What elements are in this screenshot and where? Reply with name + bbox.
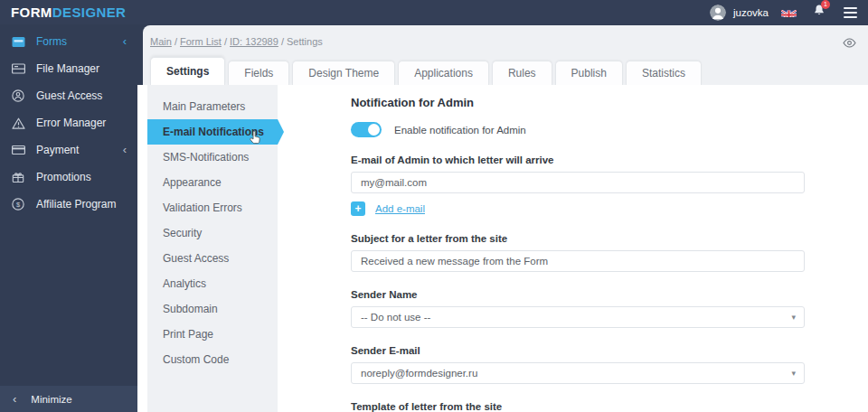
- sender-email-value: noreply@formdesigner.ru: [361, 368, 477, 379]
- settings-menu-item-label: Print Page: [163, 328, 213, 341]
- settings-menu-item-label: Security: [163, 227, 202, 239]
- tab[interactable]: Applications: [398, 61, 489, 85]
- svg-text:$: $: [16, 201, 21, 209]
- tab[interactable]: Fields: [228, 61, 289, 85]
- settings-menu-item-label: Custom Code: [163, 353, 229, 366]
- page-head: Main Form List ID: 132989 Settings Setti…: [143, 25, 868, 85]
- warning-triangle-icon: [11, 117, 25, 129]
- sidebar-item-forms[interactable]: Forms ‹: [0, 28, 137, 55]
- add-email-link[interactable]: Add e-mail: [375, 203, 425, 214]
- settings-menu-item-label: Appearance: [163, 176, 222, 189]
- sidebar-item-label: Promotions: [36, 171, 127, 183]
- guest-access-icon: [11, 89, 25, 102]
- section-heading: Notification for Admin: [351, 96, 805, 109]
- gift-icon: [11, 171, 25, 183]
- settings-menu-item-label: Validation Errors: [163, 201, 242, 214]
- notification-badge: 1: [821, 0, 830, 9]
- admin-email-input[interactable]: [351, 172, 805, 193]
- sidebar-item-label: Affiliate Program: [36, 198, 127, 211]
- sidebar-item-guest-access[interactable]: Guest Access: [0, 82, 137, 109]
- breadcrumb-item[interactable]: ID: 132989: [230, 36, 287, 47]
- subject-input[interactable]: [351, 250, 805, 272]
- credit-card-icon: [11, 144, 25, 156]
- template-label: Template of letter from the site: [351, 401, 805, 412]
- enable-notification-row: Enable notification for Admin: [351, 122, 805, 137]
- sender-name-select[interactable]: -- Do not use -- ▾: [351, 306, 805, 328]
- settings-menu-item-label: Guest Access: [163, 252, 229, 265]
- minimize-button[interactable]: ‹ Minimize: [0, 386, 137, 412]
- chevron-left-icon[interactable]: ‹: [123, 144, 127, 157]
- sidebar-item-label: Payment: [36, 144, 123, 156]
- settings-menu-item-label: Subdomain: [163, 303, 218, 315]
- sender-email-label: Sender E-mail: [351, 345, 805, 356]
- settings-menu-item[interactable]: SMS-Notifications: [147, 145, 278, 170]
- sender-name-label: Sender Name: [351, 289, 805, 300]
- sidebar-item-label: Forms: [36, 35, 123, 48]
- tab[interactable]: Statistics: [626, 61, 702, 85]
- minimize-label: Minimize: [31, 394, 71, 405]
- notification-settings-panel: Notification for Admin Enable notificati…: [351, 96, 805, 412]
- sidebar-item-error-manager[interactable]: Error Manager: [0, 109, 137, 136]
- logo-designer: DESIGNER: [52, 5, 127, 20]
- toggle-knob: [368, 124, 380, 136]
- add-email-plus-button[interactable]: +: [351, 201, 365, 216]
- menu-burger-icon[interactable]: [844, 7, 857, 18]
- breadcrumb-item[interactable]: Main: [150, 36, 180, 47]
- settings-menu-item-label: Analytics: [163, 277, 206, 290]
- sidebar-item-label: Guest Access: [36, 89, 127, 102]
- sidebar-item-label: File Manager: [36, 62, 127, 75]
- tab[interactable]: Settings: [150, 57, 225, 85]
- enable-notification-toggle[interactable]: [351, 122, 382, 137]
- sidebar-item-label: Error Manager: [36, 117, 127, 129]
- sender-email-select[interactable]: noreply@formdesigner.ru ▾: [351, 362, 805, 384]
- tab[interactable]: Publish: [555, 61, 623, 85]
- avatar-person-icon: [710, 5, 726, 21]
- user-avatar[interactable]: [710, 5, 726, 21]
- tab-bar: Settings Fields Design Theme Application…: [150, 57, 702, 85]
- uk-flag-icon[interactable]: [781, 7, 797, 17]
- sidebar-item-affiliate-program[interactable]: $ Affiliate Program: [0, 191, 137, 218]
- dollar-circle-icon: $: [11, 198, 25, 211]
- settings-menu-item-label: SMS-Notifications: [163, 151, 249, 164]
- settings-menu-item[interactable]: Print Page: [147, 322, 278, 347]
- username[interactable]: juzovka: [733, 7, 769, 18]
- breadcrumb-item[interactable]: Form List: [180, 36, 230, 47]
- sender-name-value: -- Do not use --: [361, 312, 430, 323]
- admin-email-label: E-mail of Admin to which letter will arr…: [351, 154, 805, 165]
- settings-menu-item[interactable]: Custom Code: [147, 347, 278, 372]
- breadcrumb: Main Form List ID: 132989 Settings: [150, 36, 832, 47]
- tab[interactable]: Design Theme: [292, 61, 395, 85]
- settings-menu-item[interactable]: Security: [147, 220, 278, 246]
- app-header: FORMDESIGNER juzovka 1: [0, 0, 868, 24]
- forms-icon: [11, 35, 25, 48]
- chevron-left-icon: ‹: [13, 392, 16, 406]
- app-logo[interactable]: FORMDESIGNER: [11, 5, 126, 20]
- preview-eye-icon[interactable]: [843, 35, 856, 52]
- settings-menu-item-label: Main Parameters: [163, 100, 245, 113]
- file-manager-icon: [11, 62, 25, 75]
- settings-menu-item[interactable]: Appearance: [147, 170, 278, 195]
- notifications-button[interactable]: 1: [813, 4, 826, 21]
- caret-down-icon: ▾: [791, 313, 796, 322]
- subject-label: Subject for a letter from the site: [351, 233, 805, 244]
- settings-menu-item[interactable]: Analytics: [147, 271, 278, 296]
- settings-menu-item[interactable]: Subdomain: [147, 296, 278, 322]
- sidebar-item-payment[interactable]: Payment ‹: [0, 136, 137, 164]
- breadcrumb-item[interactable]: Settings: [287, 36, 323, 47]
- chevron-left-icon[interactable]: ‹: [123, 35, 127, 49]
- caret-down-icon: ▾: [791, 369, 796, 378]
- toggle-label: Enable notification for Admin: [394, 125, 526, 136]
- header-actions: juzovka 1: [710, 4, 857, 21]
- settings-menu-item[interactable]: Main Parameters: [147, 94, 278, 119]
- sidebar: Forms ‹ File Manager Guest Access: [0, 24, 137, 412]
- tab[interactable]: Rules: [492, 61, 552, 85]
- sidebar-item-promotions[interactable]: Promotions: [0, 164, 137, 191]
- sidebar-item-file-manager[interactable]: File Manager: [0, 55, 137, 82]
- logo-form: FORM: [11, 5, 52, 20]
- settings-menu-item[interactable]: Validation Errors: [147, 195, 278, 220]
- cursor-pointer-icon: [250, 131, 260, 148]
- settings-menu-item[interactable]: Guest Access: [147, 246, 278, 271]
- add-email-row: + Add e-mail: [351, 201, 805, 216]
